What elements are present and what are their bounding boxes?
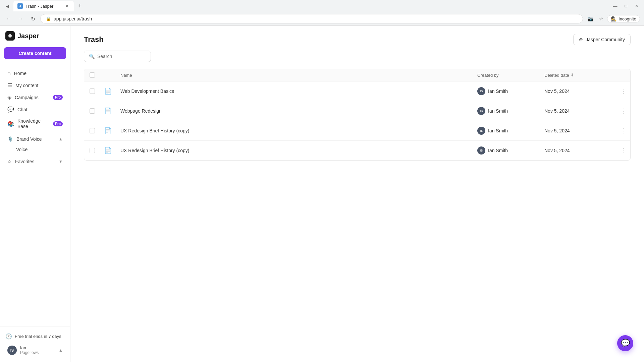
content-header: Trash ⊕ Jasper Community [70,26,644,51]
maximize-btn[interactable]: □ [621,1,631,11]
address-text: app.jasper.ai/trash [54,16,92,21]
row-more-3: ⋮ [614,122,630,139]
row-date-1: Nov 5, 2024 [540,85,614,97]
row-more-btn-1[interactable]: ⋮ [618,86,630,96]
create-content-button[interactable]: Create content [4,47,66,59]
row-creator-4: IS Ian Smith [473,143,540,158]
creator-name-3: Ian Smith [488,128,508,133]
search-bar[interactable]: 🔍 [84,51,151,62]
active-tab[interactable]: J Trash - Jasper ✕ [13,1,74,11]
table-header: Name Created by Deleted date ⬇ [84,69,630,81]
row-more-1: ⋮ [614,83,630,100]
row-creator-3: IS Ian Smith [473,123,540,138]
brand-voice-label: Brand Voice [16,136,42,142]
home-icon: ⌂ [7,70,11,76]
favorites-header[interactable]: ☆ Favorites ▼ [2,156,68,167]
browser-back-btn[interactable]: ◀ [3,1,12,11]
sidebar-item-home[interactable]: ⌂ Home [2,68,68,79]
lock-icon: 🔒 [46,16,51,21]
bookmark-btn[interactable]: ☆ [596,14,606,23]
creator-avatar-2: IS [477,107,485,115]
sidebar-item-knowledge-base[interactable]: 📚 Knowledge Base Pro [2,116,68,132]
brand-voice-header[interactable]: 🎙️ Brand Voice ▲ [2,134,68,144]
row-more-2: ⋮ [614,103,630,119]
table-row: 📄 UX Redesign Brief History (copy) IS Ia… [84,121,630,141]
table-row: 📄 Web Development Basics IS Ian Smith No… [84,81,630,101]
creator-name-1: Ian Smith [488,88,508,94]
header-icon-col [100,72,116,78]
voice-label: Voice [16,147,28,152]
chat-icon: 💬 [7,106,14,113]
avatar: IS [7,346,17,355]
community-icon: ⊕ [579,37,583,42]
sort-icon[interactable]: ⬇ [571,73,574,77]
jasper-community-button[interactable]: ⊕ Jasper Community [573,34,631,45]
chat-fab-icon: 💬 [621,339,630,348]
row-more-btn-4[interactable]: ⋮ [618,145,630,156]
select-all-checkbox[interactable] [90,72,95,78]
address-bar[interactable]: 🔒 app.jasper.ai/trash [40,14,583,23]
knowledge-base-pro-badge: Pro [53,121,63,126]
row-checkbox-2[interactable] [90,108,95,114]
logo: Jasper [0,31,70,47]
sidebar: Jasper Create content ⌂ Home ☰ My conten… [0,26,70,362]
creator-avatar-3: IS [477,127,485,135]
incognito-icon: 🕵️ [611,16,616,21]
favorites-icon: ☆ [7,159,12,164]
row-date-2: Nov 5, 2024 [540,105,614,117]
row-creator-2: IS Ian Smith [473,104,540,118]
back-btn[interactable]: ← [4,14,13,23]
row-checkbox-1[interactable] [90,88,95,94]
row-date-3: Nov 5, 2024 [540,125,614,137]
row-doc-icon-cell: 📄 [100,124,116,138]
tab-title: Trash - Jasper [25,4,53,9]
logo-text: Jasper [17,32,39,40]
campaigns-pro-badge: Pro [53,95,63,100]
minimize-btn[interactable]: — [610,1,620,11]
deleted-date-label: Deleted date [544,73,569,78]
my-content-icon: ☰ [7,82,12,88]
reload-btn[interactable]: ↻ [28,14,38,23]
search-bar-wrapper: 🔍 [84,51,631,62]
row-checkbox-3[interactable] [90,128,95,133]
user-info[interactable]: IS Ian Pageflows ▲ [2,343,68,358]
nav-right: 📷 ☆ 🕵️ Incognito [586,14,640,23]
row-checkbox-cell [84,144,100,157]
user-name: Ian [20,345,55,350]
table-row: 📄 UX Redesign Brief History (copy) IS Ia… [84,141,630,160]
search-icon: 🔍 [89,54,95,59]
sidebar-item-voice[interactable]: Voice [2,145,68,154]
incognito-label: Incognito [619,16,636,21]
row-doc-icon-cell: 📄 [100,104,116,118]
nav-section-brand-voice: 🎙️ Brand Voice ▲ Voice [0,133,70,155]
sidebar-item-chat[interactable]: 💬 Chat [2,104,68,115]
user-details: Ian Pageflows [20,345,55,355]
sidebar-bottom: 🕐 Free trial ends in 7 days IS Ian Pagef… [0,326,70,362]
camera-icon[interactable]: 📷 [586,14,595,23]
document-icon: 📄 [104,87,112,95]
header-deleted-date: Deleted date ⬇ [540,72,614,78]
row-more-4: ⋮ [614,142,630,159]
row-checkbox-4[interactable] [90,148,95,153]
row-date-4: Nov 5, 2024 [540,144,614,157]
search-input[interactable] [97,54,146,59]
row-more-btn-2[interactable]: ⋮ [618,106,630,116]
tab-close-btn[interactable]: ✕ [64,3,70,9]
sidebar-label-knowledge-base: Knowledge Base [17,118,50,129]
close-window-btn[interactable]: ✕ [632,1,641,11]
document-icon: 📄 [104,107,112,115]
campaigns-icon: ◈ [7,94,11,101]
sidebar-item-my-content[interactable]: ☰ My content [2,79,68,91]
trial-clock-icon: 🕐 [5,333,12,340]
nav-bar: ← → ↻ 🔒 app.jasper.ai/trash 📷 ☆ 🕵️ Incog… [0,12,644,25]
row-checkbox-cell [84,85,100,97]
new-tab-btn[interactable]: + [75,1,85,11]
chat-fab-button[interactable]: 💬 [617,335,633,351]
creator-avatar-4: IS [477,146,485,155]
brand-voice-chevron-icon: ▲ [59,137,63,141]
sidebar-item-campaigns[interactable]: ◈ Campaigns Pro [2,92,68,103]
incognito-badge: 🕵️ Incognito [607,15,640,22]
forward-btn[interactable]: → [16,14,25,23]
row-more-btn-3[interactable]: ⋮ [618,126,630,136]
document-icon: 📄 [104,147,112,154]
